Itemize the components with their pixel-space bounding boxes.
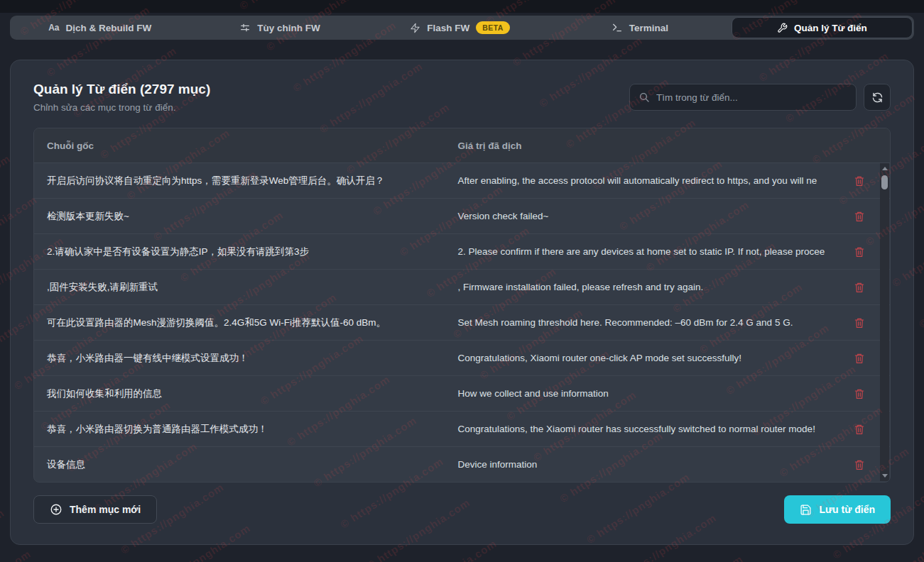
refresh-icon — [871, 92, 884, 104]
window-top-strip — [0, 0, 924, 13]
panel-footer: Thêm mục mới Lưu từ điển — [33, 495, 891, 524]
trash-icon — [854, 211, 865, 222]
table-row: 2.请确认家中是否有设备设置为静态IP，如果没有请跳到第3步 2. Please… — [34, 233, 890, 269]
source-cell[interactable]: 设备信息 — [34, 458, 445, 471]
source-cell[interactable]: 恭喜，小米路由器切换为普通路由器工作模式成功！ — [34, 423, 445, 436]
table-row: 开启后访问协议将自动重定向为https，需要重新登录Web管理后台。确认开启？ … — [34, 162, 890, 198]
translated-cell[interactable]: Congratulations, Xiaomi router one-click… — [445, 353, 890, 363]
scrollbar-thumb[interactable] — [881, 175, 888, 189]
scroll-down-arrow-icon[interactable] — [882, 474, 888, 478]
add-entry-label: Thêm mục mới — [70, 504, 141, 515]
translated-cell[interactable]: 2. Please confirm if there are any devic… — [445, 246, 890, 257]
save-dictionary-label: Lưu từ điển — [819, 504, 875, 515]
dictionary-search[interactable] — [629, 84, 857, 111]
beta-badge: BETA — [476, 21, 509, 34]
save-icon — [800, 504, 812, 516]
sliders-icon — [239, 22, 251, 33]
page-subtitle: Chỉnh sửa các mục trong từ điển. — [33, 102, 210, 113]
delete-row-button[interactable] — [853, 175, 866, 187]
trash-icon — [854, 317, 865, 329]
tab-terminal[interactable]: Terminal — [550, 16, 729, 40]
translated-cell[interactable]: Set Mesh roaming threshold here. Recomme… — [445, 317, 890, 328]
translated-cell[interactable]: After enabling, the access protocol will… — [445, 175, 890, 186]
source-cell[interactable]: 开启后访问协议将自动重定向为https，需要重新登录Web管理后台。确认开启？ — [34, 175, 445, 187]
search-input[interactable] — [656, 92, 847, 103]
delete-row-button[interactable] — [853, 281, 866, 294]
table-row: 恭喜，小米路由器一键有线中继模式设置成功！ Congratulations, X… — [34, 340, 890, 375]
delete-row-button[interactable] — [853, 316, 866, 329]
dictionary-table: Chuỗi gốc Giá trị đã dịch 开启后访问协议将自动重定向为… — [33, 128, 891, 483]
tab-label: Flash FW — [427, 23, 469, 33]
trash-icon — [854, 459, 865, 470]
table-row: ,固件安装失败,请刷新重试 , Firmware installation fa… — [34, 269, 890, 304]
trash-icon — [854, 388, 865, 400]
table-scrollbar[interactable] — [880, 163, 889, 481]
tab-label: Dịch & Rebuild FW — [66, 23, 152, 33]
delete-row-button[interactable] — [853, 423, 866, 436]
translated-cell[interactable]: Device information — [445, 459, 890, 470]
source-cell[interactable]: 恭喜，小米路由器一键有线中继模式设置成功！ — [34, 352, 445, 365]
source-cell[interactable]: 可在此设置路由器的Mesh漫游切换阈值。2.4G和5G Wi-Fi推荐默认值-6… — [34, 316, 445, 329]
source-cell[interactable]: ,固件安装失败,请刷新重试 — [34, 281, 445, 294]
trash-icon — [854, 175, 865, 187]
delete-row-button[interactable] — [853, 387, 866, 400]
search-icon — [638, 92, 650, 103]
save-dictionary-button[interactable]: Lưu từ điển — [784, 495, 891, 524]
table-row: 检测版本更新失败~ Version check failed~ — [34, 198, 890, 233]
table-row: 设备信息 Device information — [34, 446, 890, 482]
main-tabbar: Aa Dịch & Rebuild FW Tùy chỉnh FW Flash … — [10, 16, 914, 40]
tab-dictionary-manager[interactable]: Quản lý Từ điển — [732, 17, 913, 38]
delete-row-button[interactable] — [853, 352, 866, 365]
tab-label: Tùy chỉnh FW — [257, 23, 320, 33]
delete-row-button[interactable] — [853, 210, 866, 223]
tab-customize-fw[interactable]: Tùy chỉnh FW — [190, 16, 369, 40]
trash-icon — [854, 353, 865, 364]
terminal-icon — [612, 22, 623, 33]
table-row: 恭喜，小米路由器切换为普通路由器工作模式成功！ Congratulations,… — [34, 411, 890, 446]
column-header-translated: Giá trị đã dịch — [445, 140, 890, 151]
refresh-button[interactable] — [864, 84, 891, 111]
panel-header: Quản lý Từ điển (2797 mục) Chỉnh sửa các… — [33, 82, 891, 113]
page-title: Quản lý Từ điển (2797 mục) — [33, 82, 210, 97]
scroll-up-arrow-icon[interactable] — [882, 167, 888, 170]
trash-icon — [854, 424, 865, 435]
tab-translate-rebuild-fw[interactable]: Aa Dịch & Rebuild FW — [10, 16, 190, 40]
trash-icon — [854, 282, 865, 293]
translated-cell[interactable]: Version check failed~ — [445, 211, 890, 221]
source-cell[interactable]: 我们如何收集和利用的信息 — [34, 387, 445, 400]
wrench-icon — [777, 23, 788, 33]
tab-label: Quản lý Từ điển — [794, 23, 867, 33]
table-row: 可在此设置路由器的Mesh漫游切换阈值。2.4G和5G Wi-Fi推荐默认值-6… — [34, 304, 890, 340]
translated-cell[interactable]: , Firmware installation failed, please r… — [445, 282, 890, 292]
font-aa-icon: Aa — [48, 23, 59, 33]
trash-icon — [854, 246, 865, 258]
table-row: 我们如何收集和利用的信息 How we collect and use info… — [34, 375, 890, 411]
translated-cell[interactable]: How we collect and use information — [445, 388, 890, 399]
delete-row-button[interactable] — [853, 246, 866, 258]
translated-cell[interactable]: Congratulations, the Xiaomi router has s… — [445, 424, 890, 434]
source-cell[interactable]: 检测版本更新失败~ — [34, 210, 445, 223]
dictionary-panel: Quản lý Từ điển (2797 mục) Chỉnh sửa các… — [10, 60, 914, 545]
lightning-icon — [410, 23, 420, 33]
tab-label: Terminal — [629, 23, 668, 33]
source-cell[interactable]: 2.请确认家中是否有设备设置为静态IP，如果没有请跳到第3步 — [34, 246, 445, 258]
column-header-source: Chuỗi gốc — [34, 140, 445, 151]
delete-row-button[interactable] — [853, 458, 866, 471]
table-header: Chuỗi gốc Giá trị đã dịch — [34, 128, 890, 162]
add-entry-button[interactable]: Thêm mục mới — [33, 495, 157, 524]
tab-flash-fw[interactable]: Flash FW BETA — [370, 16, 550, 40]
plus-circle-icon — [50, 503, 62, 516]
